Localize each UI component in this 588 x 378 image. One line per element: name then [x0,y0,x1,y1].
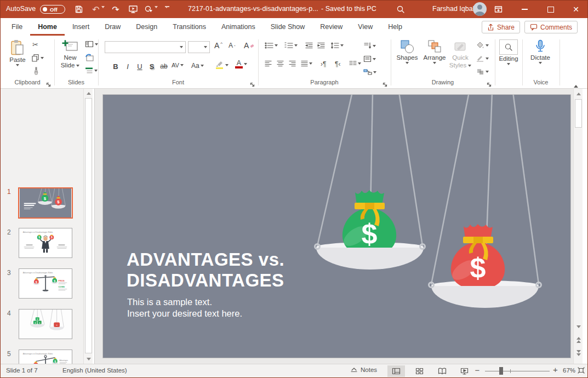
cut-button[interactable]: ✂ [32,41,38,49]
notes-toggle-button[interactable]: Notes [350,366,377,373]
justify-button[interactable] [301,60,312,67]
ribbon-display-options-button[interactable] [492,3,505,16]
strikethrough-button[interactable]: ab [158,60,169,72]
search-button[interactable] [394,3,407,16]
copy-button[interactable] [31,54,44,62]
slide-body-line-2[interactable]: Insert your desired text here. [127,308,242,319]
align-text-button[interactable] [363,55,376,62]
clipboard-dialog-launcher[interactable] [46,79,51,89]
drawing-dialog-launcher[interactable] [487,79,492,89]
editing-button[interactable]: Editing [497,39,520,65]
slide-layout-button[interactable] [85,41,98,48]
comments-button[interactable]: Comments [524,21,578,33]
share-button[interactable]: Share [482,21,520,33]
thumb-scroll-down-button[interactable] [85,356,92,363]
decrease-indent-button[interactable] [305,42,313,49]
bold-button[interactable]: B [110,60,121,72]
tab-design[interactable]: Design [128,18,165,36]
reading-view-button[interactable] [433,365,451,377]
thumbnail-slide-4[interactable]: + + + - [19,309,72,339]
align-right-button[interactable] [289,60,296,67]
tab-view[interactable]: View [350,18,380,36]
italic-button[interactable]: I [122,60,133,72]
rtl-direction-button[interactable]: ›¶ [321,60,326,68]
maximize-button[interactable] [544,3,557,16]
change-case-button[interactable]: Aa [191,62,204,70]
zoom-in-button[interactable]: + [553,366,558,374]
scroll-down-button[interactable] [575,323,582,330]
minimize-button[interactable] [518,3,531,16]
slide-sorter-view-button[interactable] [410,365,428,377]
tab-help[interactable]: Help [380,18,410,36]
zoom-level[interactable]: 67% [563,367,575,374]
font-size-combobox[interactable] [188,41,210,53]
account-avatar[interactable] [473,2,487,16]
reset-slide-button[interactable] [85,54,94,61]
font-color-button[interactable]: A [235,60,247,68]
undo-button[interactable]: ↶ [89,3,102,16]
ltr-direction-button[interactable]: ¶‹ [335,60,340,68]
align-center-button[interactable] [277,60,284,67]
close-button[interactable]: ✕ [569,3,583,16]
language-status[interactable]: English (United States) [62,367,127,374]
shape-effects-button[interactable] [476,68,489,75]
character-spacing-button[interactable]: AV [172,62,184,68]
increase-indent-button[interactable] [317,42,325,49]
bullets-button[interactable] [265,42,278,49]
customize-quick-access-button[interactable] [165,6,169,18]
line-spacing-button[interactable] [330,42,344,49]
tab-transitions[interactable]: Transitions [165,18,214,36]
section-button[interactable] [85,67,98,74]
slide-show-button[interactable] [455,365,473,377]
undo-dropdown[interactable] [101,8,105,18]
clear-formatting-button[interactable]: A [244,41,254,50]
thumbnail-slide-3[interactable]: Advantages vs Disadvantages Slides $ $ P… [19,268,72,299]
paste-button[interactable]: Paste [6,39,29,66]
font-dialog-launcher[interactable] [250,79,255,89]
thumbnail-slide-5[interactable]: Advantages vs Disadvantages Slides $ $ A… [19,350,72,364]
format-painter-button[interactable] [32,67,40,75]
tab-insert[interactable]: Insert [65,18,97,36]
thumb-scroll-up-button[interactable] [85,90,92,97]
shape-outline-button[interactable] [476,55,489,62]
zoom-slider-thumb[interactable] [499,367,503,375]
tab-review[interactable]: Review [312,18,350,36]
text-highlight-button[interactable] [215,60,229,70]
normal-view-button[interactable] [387,365,405,377]
tab-slide-show[interactable]: Slide Show [263,18,313,36]
tab-animations[interactable]: Animations [214,18,263,36]
start-from-beginning-button[interactable] [127,3,140,16]
font-name-combobox[interactable] [105,41,186,53]
align-left-button[interactable] [265,60,272,67]
paragraph-dialog-launcher[interactable] [383,79,387,89]
numbering-button[interactable] [284,42,298,49]
arrange-button[interactable]: Arrange [421,39,448,64]
slide-title-line-1[interactable]: ADVANTAGES vs. [127,249,284,270]
slide-canvas[interactable]: $ $ [103,95,570,358]
zoom-slider-track[interactable] [485,371,550,371]
autosave-toggle[interactable]: Off [40,5,65,14]
increase-font-size-button[interactable]: A^ [214,41,222,50]
slide-body-line-1[interactable]: This is a sample text. [127,297,212,307]
slide-title-line-2[interactable]: DISADVANTAGES [127,270,284,291]
underline-button[interactable]: U [134,60,145,72]
thumbnail-slide-1[interactable]: $ $ [18,187,73,219]
tab-file[interactable]: File [4,18,30,36]
text-direction-button[interactable] [363,42,376,49]
next-slide-button[interactable] [575,350,582,357]
touch-mode-dropdown[interactable] [155,8,158,18]
columns-button[interactable] [349,60,361,67]
shapes-button[interactable]: Shapes [394,39,420,64]
quick-styles-button[interactable]: Quick Styles [448,39,473,69]
text-shadow-button[interactable]: S [146,60,157,72]
redo-button[interactable]: ↷ [109,3,122,16]
thumbnail-slide-2[interactable]: Advantages vs Disadvantages Slides $ $ [19,228,72,258]
scrollbar-thumb[interactable] [575,99,582,128]
previous-slide-button[interactable] [575,336,582,343]
new-slide-button[interactable]: New Slide [57,39,83,69]
touch-mouse-mode-button[interactable] [142,3,155,16]
dictate-button[interactable]: Dictate [528,39,553,64]
decrease-font-size-button[interactable]: Aˇ [229,41,236,49]
zoom-out-button[interactable]: − [474,366,481,374]
scroll-up-button[interactable] [575,90,582,98]
